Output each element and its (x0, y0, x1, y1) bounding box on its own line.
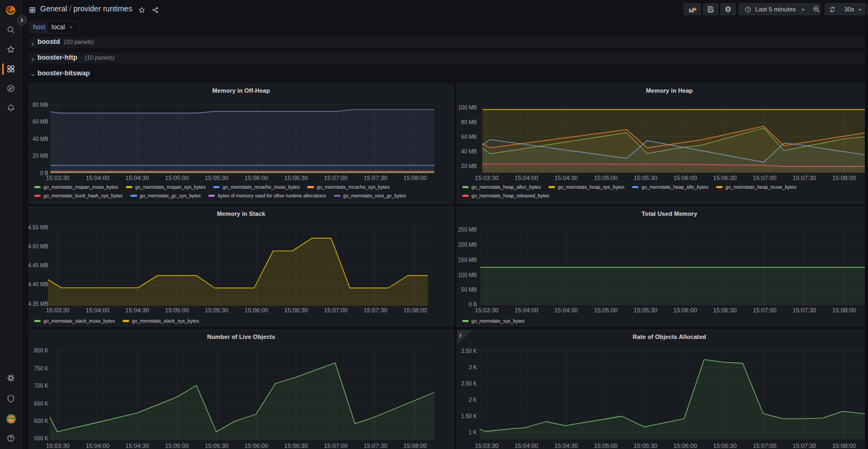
svg-text:15:04:00: 15:04:00 (86, 307, 110, 313)
svg-text:650 K: 650 K (34, 401, 48, 407)
svg-text:15:05:30: 15:05:30 (634, 307, 658, 313)
svg-text:15:03:30: 15:03:30 (475, 175, 499, 181)
svg-text:15:05:00: 15:05:00 (165, 307, 189, 313)
svg-text:150 MB: 150 MB (458, 257, 477, 263)
svg-text:60 MB: 60 MB (33, 119, 48, 125)
svg-text:15:05:00: 15:05:00 (594, 307, 618, 313)
svg-text:15:03:30: 15:03:30 (46, 175, 70, 181)
svg-text:15:05:30: 15:05:30 (205, 307, 229, 313)
svg-text:15:06:00: 15:06:00 (245, 442, 269, 449)
svg-text:20 MB: 20 MB (33, 153, 48, 159)
svg-text:15:07:00: 15:07:00 (324, 307, 348, 313)
svg-text:15:04:00: 15:04:00 (515, 307, 539, 313)
svg-text:15:07:00: 15:07:00 (324, 175, 348, 181)
svg-text:80 MB: 80 MB (461, 119, 477, 125)
svg-text:15:07:30: 15:07:30 (363, 175, 387, 181)
svg-text:15:04:30: 15:04:30 (554, 442, 578, 449)
svg-text:15:03:30: 15:03:30 (475, 307, 499, 313)
svg-text:1.50 K: 1.50 K (461, 413, 477, 419)
svg-text:15:06:00: 15:06:00 (245, 307, 269, 313)
svg-text:15:06:00: 15:06:00 (673, 442, 697, 449)
svg-text:15:04:00: 15:04:00 (515, 442, 539, 449)
svg-text:15:04:30: 15:04:30 (554, 175, 578, 181)
svg-text:4.40 MB: 4.40 MB (28, 281, 49, 287)
svg-text:3.50 K: 3.50 K (461, 348, 477, 354)
svg-text:15:04:30: 15:04:30 (125, 442, 149, 449)
svg-text:15:07:00: 15:07:00 (753, 307, 777, 313)
svg-text:15:07:00: 15:07:00 (753, 442, 777, 449)
svg-text:4.55 MB: 4.55 MB (28, 224, 49, 230)
svg-text:15:06:30: 15:06:30 (713, 307, 737, 313)
svg-text:15:08:00: 15:08:00 (404, 442, 427, 449)
svg-text:15:05:00: 15:05:00 (165, 442, 189, 449)
svg-text:2.50 K: 2.50 K (461, 381, 477, 387)
svg-text:15:05:30: 15:05:30 (634, 442, 658, 449)
svg-text:15:07:30: 15:07:30 (363, 442, 387, 449)
svg-text:15:07:30: 15:07:30 (363, 307, 387, 313)
svg-text:200 MB: 200 MB (458, 242, 477, 248)
svg-text:15:06:30: 15:06:30 (284, 442, 308, 449)
svg-text:250 MB: 250 MB (458, 227, 477, 233)
svg-text:15:08:00: 15:08:00 (404, 307, 427, 313)
svg-text:4.50 MB: 4.50 MB (28, 243, 49, 249)
svg-text:2 K: 2 K (469, 397, 477, 403)
svg-text:15:06:00: 15:06:00 (245, 175, 269, 181)
svg-text:15:05:30: 15:05:30 (634, 175, 658, 181)
svg-text:15:07:00: 15:07:00 (324, 442, 348, 449)
svg-text:15:04:30: 15:04:30 (125, 307, 149, 313)
svg-text:750 K: 750 K (34, 365, 48, 371)
svg-text:15:07:30: 15:07:30 (793, 307, 816, 313)
svg-text:15:04:00: 15:04:00 (86, 442, 110, 449)
svg-text:15:06:00: 15:06:00 (673, 175, 697, 181)
svg-text:15:07:30: 15:07:30 (793, 175, 816, 181)
svg-text:100 MB: 100 MB (458, 272, 477, 278)
svg-text:15:05:30: 15:05:30 (205, 442, 229, 449)
svg-text:15:08:00: 15:08:00 (832, 442, 856, 449)
svg-text:15:06:30: 15:06:30 (713, 442, 737, 449)
svg-text:1 K: 1 K (469, 429, 477, 435)
svg-text:15:06:30: 15:06:30 (713, 175, 737, 181)
svg-text:15:04:30: 15:04:30 (125, 175, 149, 181)
svg-text:50 MB: 50 MB (461, 287, 477, 293)
svg-text:40 MB: 40 MB (33, 136, 48, 142)
svg-text:15:03:30: 15:03:30 (46, 307, 70, 313)
svg-text:15:08:00: 15:08:00 (832, 307, 856, 313)
svg-text:15:05:00: 15:05:00 (594, 442, 618, 449)
svg-text:700 K: 700 K (34, 383, 48, 389)
svg-text:4.35 MB: 4.35 MB (28, 301, 49, 307)
svg-text:4.45 MB: 4.45 MB (28, 262, 49, 268)
svg-text:15:04:30: 15:04:30 (554, 307, 578, 313)
svg-text:15:06:30: 15:06:30 (284, 175, 308, 181)
svg-text:600 K: 600 K (34, 418, 48, 424)
svg-text:100 MB: 100 MB (458, 105, 477, 111)
svg-text:15:03:30: 15:03:30 (46, 442, 70, 449)
svg-text:60 MB: 60 MB (461, 134, 477, 140)
svg-text:800 K: 800 K (34, 348, 48, 354)
svg-text:3 K: 3 K (469, 364, 477, 370)
svg-text:15:05:00: 15:05:00 (594, 175, 618, 181)
svg-text:20 MB: 20 MB (461, 163, 477, 169)
svg-text:15:04:00: 15:04:00 (515, 175, 539, 181)
svg-text:15:06:00: 15:06:00 (673, 307, 697, 313)
svg-text:15:04:00: 15:04:00 (86, 175, 110, 181)
svg-text:15:07:30: 15:07:30 (793, 442, 816, 449)
svg-text:15:08:00: 15:08:00 (404, 175, 427, 181)
svg-text:15:05:00: 15:05:00 (165, 175, 189, 181)
svg-text:15:08:00: 15:08:00 (832, 175, 856, 181)
svg-text:80 MB: 80 MB (33, 102, 48, 108)
svg-text:15:06:30: 15:06:30 (284, 307, 308, 313)
svg-text:550 K: 550 K (34, 435, 48, 441)
svg-text:15:07:00: 15:07:00 (753, 175, 777, 181)
svg-text:40 MB: 40 MB (461, 149, 477, 155)
svg-text:15:05:30: 15:05:30 (205, 175, 229, 181)
svg-text:15:03:30: 15:03:30 (475, 442, 499, 449)
